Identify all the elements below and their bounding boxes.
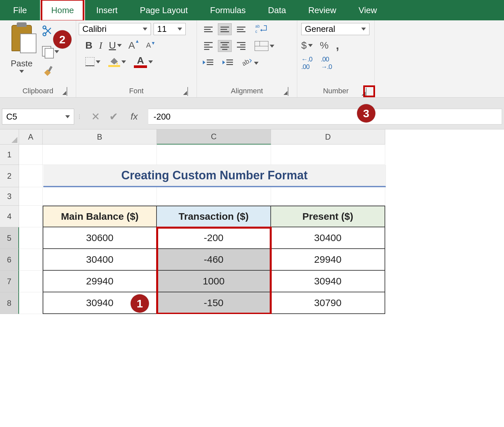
cell-D6[interactable]: 29940 <box>271 249 385 271</box>
formula-input[interactable]: -200 <box>148 109 502 124</box>
col-header-C[interactable]: C <box>157 129 271 145</box>
shrink-font-button[interactable]: A▼ <box>146 41 156 50</box>
accounting-format-button[interactable]: $ <box>301 40 313 51</box>
tab-formulas[interactable]: Formulas <box>199 0 257 20</box>
chevron-down-icon[interactable] <box>65 115 70 118</box>
paste-dropdown-icon[interactable] <box>19 70 24 73</box>
col-header-D[interactable]: D <box>271 129 385 145</box>
col-header-A[interactable]: A <box>19 129 43 145</box>
alignment-launcher[interactable] <box>288 87 294 94</box>
cell-A3[interactable] <box>19 187 43 206</box>
font-size-combo[interactable]: 11 <box>154 23 186 35</box>
decrease-decimal-button[interactable]: .00→.0 <box>321 56 332 71</box>
cell-D3[interactable] <box>271 187 385 206</box>
cell-B5[interactable]: 30600 <box>43 227 157 249</box>
chevron-down-icon[interactable] <box>121 60 126 63</box>
cell-D8[interactable]: 30790 <box>271 292 385 314</box>
header-transaction[interactable]: Transaction ($) <box>157 206 271 227</box>
select-all-corner[interactable] <box>0 129 19 145</box>
cell-B3[interactable] <box>43 187 157 206</box>
cell-C7[interactable]: 1000 <box>157 271 271 292</box>
wrap-text-button[interactable]: abc <box>255 23 268 35</box>
tab-insert[interactable]: Insert <box>85 0 129 20</box>
increase-indent-button[interactable] <box>221 57 234 69</box>
clipboard-launcher[interactable] <box>67 87 73 94</box>
row-header-6[interactable]: 6 <box>0 249 19 271</box>
merge-center-button[interactable] <box>255 41 274 51</box>
underline-button[interactable]: U <box>109 40 122 51</box>
decrease-indent-button[interactable] <box>201 57 215 69</box>
font-name-combo[interactable]: Calibri <box>79 23 151 35</box>
grow-font-button[interactable]: A▲ <box>128 40 139 51</box>
enter-formula-button[interactable]: ✔ <box>109 110 118 123</box>
cell-B1[interactable] <box>43 145 157 165</box>
chevron-down-icon[interactable] <box>148 60 153 63</box>
row-header-3[interactable]: 3 <box>0 187 19 206</box>
align-left-button[interactable] <box>201 40 215 52</box>
font-color-button[interactable]: A <box>134 56 153 68</box>
tab-file[interactable]: File <box>0 0 40 20</box>
chevron-down-icon[interactable] <box>96 60 100 63</box>
copy-dropdown-icon[interactable] <box>54 50 59 53</box>
orientation-button[interactable]: ab <box>241 56 259 70</box>
align-top-button[interactable] <box>201 23 215 35</box>
cell-C5[interactable]: -200 <box>157 227 271 249</box>
tab-data[interactable]: Data <box>257 0 297 20</box>
tab-home[interactable]: Home <box>40 0 85 20</box>
cell-B7[interactable]: 29940 <box>43 271 157 292</box>
percent-format-button[interactable]: % <box>320 40 329 51</box>
chevron-down-icon[interactable] <box>308 44 313 47</box>
sheet-title[interactable]: Creating Custom Number Format <box>43 165 386 187</box>
chevron-down-icon[interactable] <box>117 44 122 47</box>
cell-A7[interactable] <box>19 271 43 292</box>
cell-D1[interactable] <box>271 145 385 165</box>
cell-A4[interactable] <box>19 206 43 227</box>
cell-D5[interactable]: 30400 <box>271 227 385 249</box>
tab-view[interactable]: View <box>347 0 388 20</box>
cell-D7[interactable]: 30940 <box>271 271 385 292</box>
align-middle-button[interactable] <box>218 23 232 35</box>
row-header-7[interactable]: 7 <box>0 271 19 292</box>
row-header-8[interactable]: 8 <box>0 292 19 314</box>
comma-format-button[interactable]: , <box>336 43 339 48</box>
bold-button[interactable]: B <box>85 40 93 51</box>
row-header-2[interactable]: 2 <box>0 165 19 187</box>
cancel-formula-button[interactable]: ✕ <box>91 110 100 123</box>
header-present[interactable]: Present ($) <box>271 206 385 227</box>
tab-review[interactable]: Review <box>297 0 347 20</box>
cell-A6[interactable] <box>19 249 43 271</box>
header-main-balance[interactable]: Main Balance ($) <box>43 206 157 227</box>
row-header-1[interactable]: 1 <box>0 145 19 165</box>
row-header-4[interactable]: 4 <box>0 206 19 227</box>
cell-C6[interactable]: -460 <box>157 249 271 271</box>
chevron-down-icon[interactable] <box>270 45 274 48</box>
number-format-combo[interactable]: General <box>301 23 369 35</box>
cell-A2[interactable] <box>19 165 43 187</box>
row-header-5[interactable]: 5 <box>0 227 19 249</box>
align-right-button[interactable] <box>234 40 248 52</box>
cut-button[interactable] <box>42 25 54 38</box>
increase-decimal-button[interactable]: ←.0.00 <box>301 56 312 71</box>
align-center-button[interactable] <box>218 40 232 52</box>
cell-A8[interactable] <box>19 292 43 314</box>
align-bottom-button[interactable] <box>234 23 248 35</box>
cell-A5[interactable] <box>19 227 43 249</box>
borders-button[interactable] <box>85 57 100 66</box>
cell-C3[interactable] <box>157 187 271 206</box>
format-painter-button[interactable] <box>42 65 55 79</box>
copy-button[interactable] <box>42 46 59 57</box>
cell-C8[interactable]: -150 <box>157 292 271 314</box>
italic-button[interactable]: I <box>99 40 102 51</box>
number-launcher[interactable] <box>366 88 372 95</box>
col-header-B[interactable]: B <box>43 129 157 145</box>
insert-function-button[interactable]: fx <box>131 111 138 122</box>
tab-page-layout[interactable]: Page Layout <box>129 0 199 20</box>
fill-color-button[interactable] <box>108 56 126 67</box>
paste-button[interactable]: Paste <box>5 23 38 86</box>
chevron-down-icon[interactable] <box>254 62 259 65</box>
cell-B6[interactable]: 30400 <box>43 249 157 271</box>
cell-A1[interactable] <box>19 145 43 165</box>
cell-C1[interactable] <box>157 145 271 165</box>
name-box[interactable]: C5 <box>2 109 74 124</box>
font-launcher[interactable] <box>187 87 194 94</box>
